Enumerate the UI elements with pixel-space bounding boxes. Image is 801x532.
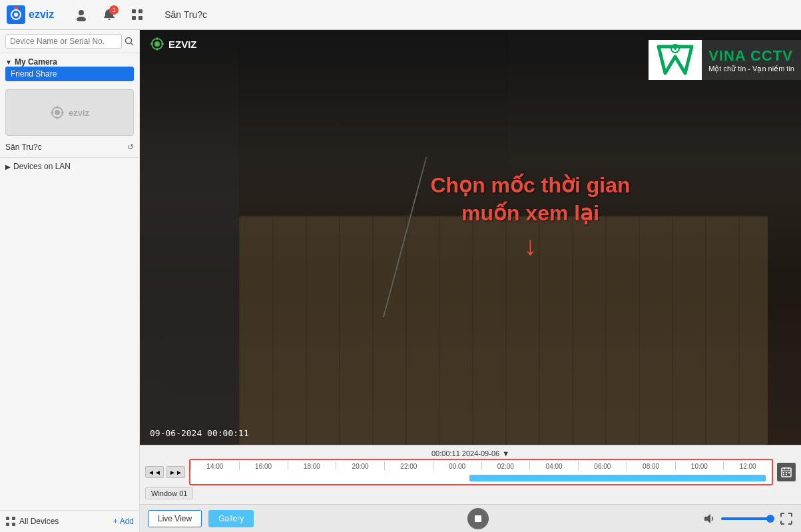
bottom-center: [260, 508, 696, 529]
timeline-ruler: 14:0016:0018:0020:0022:0000:0002:0004:00…: [190, 460, 772, 470]
timeline-recording-bar: [469, 475, 766, 481]
timeline-time-mark: 22:00: [384, 461, 433, 470]
bottom-bar: Live View Gallery: [140, 504, 801, 532]
header-icons: 1: [71, 4, 148, 25]
refresh-icon[interactable]: ↺: [127, 142, 134, 152]
svg-marker-20: [659, 47, 692, 73]
notification-icon[interactable]: 1: [99, 4, 120, 25]
timeline-time-mark: 04:00: [529, 461, 578, 470]
gallery-button[interactable]: Gallery: [208, 510, 254, 527]
window-label-row: Window 01: [140, 485, 801, 501]
svg-rect-27: [783, 472, 784, 473]
timeline-time-mark: 18:00: [288, 461, 336, 470]
timeline-time-mark: 06:00: [578, 461, 627, 470]
all-devices-button[interactable]: All Devices: [5, 516, 59, 527]
add-label: + Add: [113, 517, 134, 526]
search-input[interactable]: [5, 34, 122, 49]
timeline-time-mark: 12:00: [723, 461, 772, 470]
vina-text-block: VINA CCTV Một chữ tín - Vạn niềm tin: [702, 44, 801, 77]
vina-cctv-watermark: VINA CCTV Một chữ tín - Vạn niềm tin: [649, 40, 801, 80]
vina-cctv-name: VINA CCTV: [708, 47, 794, 65]
chevron-down-icon: ▼: [502, 449, 509, 457]
notification-badge: 1: [109, 5, 119, 15]
devices-on-lan[interactable]: ▶ Devices on LAN: [0, 157, 139, 175]
vina-w-logo-icon: [655, 43, 695, 77]
svg-rect-8: [132, 16, 136, 20]
window-label: Window 01: [145, 487, 193, 499]
timeline-time-mark: 20:00: [336, 461, 384, 470]
annotation-line1: Chọn mốc thời gian: [431, 172, 631, 200]
timeline-time-mark: 14:00: [190, 461, 239, 470]
timeline-area: 00:00:11 2024-09-06 ▼ ◄◄ ►► 14:0016:0018…: [140, 445, 801, 504]
video-watermark-text: EZVIZ: [168, 39, 197, 50]
profile-icon[interactable]: [71, 4, 92, 25]
live-view-button[interactable]: Live View: [148, 510, 202, 527]
fullscreen-button[interactable]: [780, 512, 793, 525]
svg-rect-9: [138, 16, 142, 20]
logo-label: ezviz: [29, 9, 54, 21]
vina-cctv-slogan: Một chữ tín - Vạn niềm tin: [708, 65, 794, 73]
calendar-button[interactable]: [777, 463, 796, 481]
svg-point-13: [55, 110, 60, 115]
timeline-zoom-controls: ◄◄ ►►: [145, 466, 185, 478]
search-button[interactable]: [125, 37, 134, 46]
grid-icon[interactable]: [127, 4, 148, 25]
main-layout: ▼ My Camera Friend Share ezviz Sân Tru?c…: [0, 30, 801, 532]
devices-on-lan-label: Devices on LAN: [13, 162, 71, 171]
svg-rect-6: [132, 9, 136, 13]
all-devices-label: All Devices: [19, 517, 59, 526]
header: ezviz 1 Sân Tru?c: [0, 0, 801, 30]
timeline-current-time: 00:00:11 2024-09-06: [431, 449, 499, 457]
camera-name-row: Sân Tru?c ↺: [0, 140, 139, 154]
svg-point-22: [674, 47, 676, 50]
camera-name-label: Sân Tru?c: [5, 142, 42, 152]
timeline-time-mark: 08:00: [627, 461, 675, 470]
camera-preview-logo: ezviz: [50, 105, 89, 120]
stop-button[interactable]: [467, 508, 489, 529]
svg-rect-28: [786, 472, 787, 473]
my-camera-label: My Camera: [15, 57, 57, 67]
timeline-time-mark: 16:00: [239, 461, 288, 470]
svg-rect-29: [788, 472, 790, 473]
svg-rect-32: [475, 515, 481, 522]
svg-rect-16: [6, 523, 9, 526]
video-overlay: EZVIZ Chọn mốc thời gian muốn xem lại ↓ …: [140, 30, 801, 445]
logo: ezviz: [7, 5, 54, 24]
svg-rect-7: [138, 9, 142, 13]
timeline-time-dropdown[interactable]: 00:00:11 2024-09-06 ▼: [431, 449, 509, 457]
sidebar: ▼ My Camera Friend Share ezviz Sân Tru?c…: [0, 30, 140, 532]
bottom-right-controls: [702, 512, 793, 525]
video-timestamp: 09-06-2024 00:00:11: [150, 428, 249, 438]
video-area: EZVIZ Chọn mốc thời gian muốn xem lại ↓ …: [140, 30, 801, 445]
svg-line-11: [131, 43, 134, 46]
vina-logo-bg: [649, 40, 702, 80]
timeline-scrollbar[interactable]: 14:0016:0018:0020:0022:0000:0002:0004:00…: [189, 459, 773, 485]
add-button[interactable]: + Add: [113, 517, 134, 526]
search-bar: [0, 30, 139, 53]
svg-point-10: [126, 38, 132, 44]
svg-rect-3: [14, 7, 18, 9]
zoom-out-button[interactable]: ◄◄: [145, 466, 164, 478]
volume-thumb: [766, 515, 774, 523]
svg-rect-15: [12, 517, 15, 520]
timeline-time-mark: 02:00: [481, 461, 530, 470]
zoom-in-button[interactable]: ►►: [166, 466, 185, 478]
svg-rect-17: [12, 523, 15, 526]
timeline-time-mark: 00:00: [433, 461, 481, 470]
chevron-down-icon: ▼: [5, 59, 12, 66]
camera-preview: ezviz: [5, 89, 134, 136]
annotation-line2: muốn xem lại: [431, 200, 631, 228]
volume-slider[interactable]: [721, 517, 774, 520]
svg-point-19: [154, 41, 160, 47]
timeline-time-mark: 10:00: [675, 461, 724, 470]
svg-point-5: [77, 17, 86, 21]
svg-point-4: [79, 10, 84, 15]
sidebar-bottom: All Devices + Add: [0, 510, 139, 532]
svg-marker-33: [704, 514, 710, 523]
annotation-overlay: Chọn mốc thời gian muốn xem lại ↓: [431, 172, 631, 261]
video-ezviz-watermark: EZVIZ: [150, 37, 197, 51]
svg-rect-14: [6, 517, 9, 520]
my-camera-title[interactable]: ▼ My Camera: [5, 57, 134, 67]
volume-icon[interactable]: [702, 512, 716, 525]
friend-share-item[interactable]: Friend Share: [5, 67, 134, 81]
